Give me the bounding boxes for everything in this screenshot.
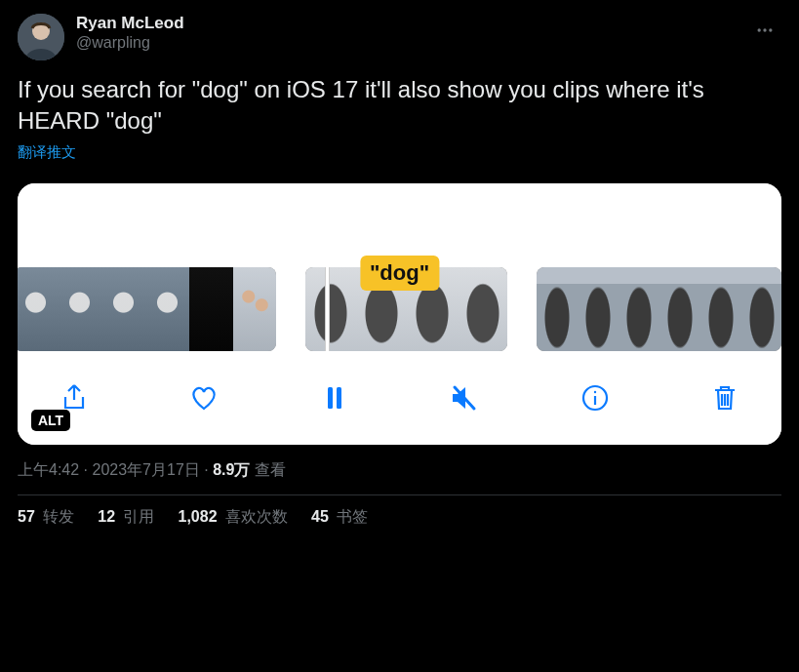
video-frame: [537, 267, 578, 351]
tweet-container: Ryan McLeod @warpling If you search for …: [0, 0, 799, 537]
pause-button[interactable]: [313, 376, 356, 419]
svg-rect-6: [337, 387, 341, 409]
search-term-badge: "dog": [360, 256, 439, 291]
video-frame: [101, 267, 145, 351]
likes-stat[interactable]: 1,082 喜欢次数: [179, 507, 289, 528]
video-frame: [189, 267, 233, 351]
author-names[interactable]: Ryan McLeod @warpling: [76, 14, 737, 53]
translate-link[interactable]: 翻译推文: [18, 143, 76, 162]
pause-icon: [319, 382, 350, 414]
share-icon: [59, 382, 90, 414]
stats-row: 57 转发 12 引用 1,082 喜欢次数 45 书签: [18, 507, 781, 528]
tweet-meta[interactable]: 上午4:42 · 2023年7月17日 · 8.9万 查看: [18, 460, 781, 481]
views-label: 查看: [250, 461, 285, 478]
divider: [18, 494, 781, 495]
handle: @warpling: [76, 33, 737, 52]
video-frame: [578, 267, 619, 351]
video-frame: [58, 267, 101, 351]
bookmarks-stat[interactable]: 45 书签: [311, 507, 368, 528]
quotes-stat[interactable]: 12 引用: [98, 507, 154, 528]
video-frame: [619, 267, 659, 351]
video-frame: [741, 267, 781, 351]
video-frame: [458, 267, 507, 351]
video-frame: [659, 267, 700, 351]
info-icon: [579, 382, 611, 414]
svg-rect-5: [328, 387, 333, 409]
clip-group-3[interactable]: [537, 267, 781, 351]
svg-point-2: [758, 28, 761, 31]
video-frame: [305, 267, 356, 351]
views-count: 8.9万: [213, 461, 250, 478]
media-toolbar: [18, 357, 781, 445]
tweet-text: If you search for "dog" on iOS 17 it'll …: [18, 74, 781, 138]
video-frame: [18, 267, 58, 351]
mute-button[interactable]: [443, 376, 486, 419]
display-name: Ryan McLeod: [76, 14, 737, 33]
delete-button[interactable]: [703, 376, 746, 419]
video-frame: [145, 267, 189, 351]
ellipsis-icon: [755, 20, 775, 40]
svg-point-9: [593, 391, 595, 393]
svg-point-4: [769, 28, 772, 31]
tweet-time: 上午4:42: [18, 461, 79, 478]
video-frame: [700, 267, 741, 351]
tweet-date: 2023年7月17日: [92, 461, 199, 478]
info-button[interactable]: [574, 376, 617, 419]
tweet-header: Ryan McLeod @warpling: [18, 14, 781, 60]
media-card[interactable]: "dog": [18, 183, 781, 445]
svg-point-3: [763, 28, 766, 31]
trash-icon: [709, 382, 740, 414]
avatar[interactable]: [18, 14, 64, 60]
like-button[interactable]: [182, 376, 225, 419]
heart-icon: [188, 382, 220, 414]
video-frame: [233, 267, 276, 351]
playhead[interactable]: [325, 267, 330, 351]
more-button[interactable]: [748, 14, 781, 47]
retweets-stat[interactable]: 57 转发: [18, 507, 74, 528]
speaker-mute-icon: [449, 382, 480, 414]
clip-group-1[interactable]: [18, 267, 276, 351]
alt-badge[interactable]: ALT: [31, 410, 70, 431]
